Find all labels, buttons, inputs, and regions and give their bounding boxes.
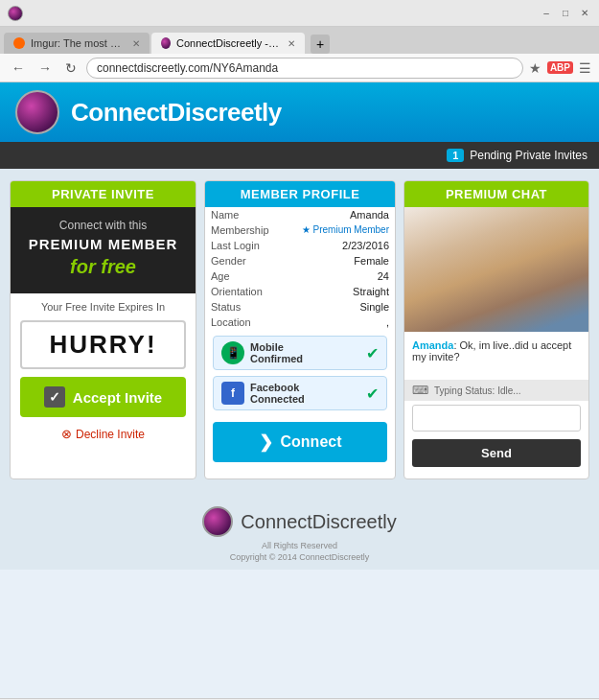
address-bar: ← → ↻ connectdiscreetly.com/NY6Amanda ★ …: [0, 54, 599, 82]
chat-panel: PREMIUM CHAT Amanda: Ok, im live..did u …: [403, 180, 589, 479]
chat-sender-name: Amanda: [412, 339, 453, 351]
field-label-gender: Gender: [205, 253, 284, 268]
table-row: Gender Female: [205, 253, 395, 268]
chat-photo: [404, 207, 588, 332]
minimize-button[interactable]: –: [540, 7, 553, 20]
table-row: Age 24: [205, 268, 395, 284]
chat-input[interactable]: [412, 405, 581, 432]
footer-rights: All Rights Reserved: [0, 541, 599, 550]
premium-badge: ★ Premium Member: [289, 224, 389, 235]
chat-header: PREMIUM CHAT: [404, 181, 588, 207]
field-label-location: Location: [205, 315, 284, 330]
adblock-icon[interactable]: ABP: [547, 61, 573, 74]
facebook-icon: f: [221, 382, 244, 405]
table-row: Name Amanda: [205, 207, 395, 222]
field-label-membership: Membership: [205, 222, 284, 238]
invite-header: PRIVATE INVITE: [11, 181, 196, 207]
invite-panel: PRIVATE INVITE Connect with this PREMIUM…: [10, 180, 196, 479]
footer-site-name: ConnectDiscreetly: [241, 511, 396, 533]
profile-panel: MEMBER PROFILE Name Amanda Membership ★ …: [204, 180, 396, 479]
browser-titlebar: – □ ✕: [0, 0, 599, 27]
field-label-orientation: Orientation: [205, 284, 284, 299]
field-value-membership: ★ Premium Member: [284, 222, 395, 238]
url-input[interactable]: connectdiscreetly.com/NY6Amanda: [86, 58, 523, 79]
verified-section: 📱 MobileConfirmed ✔ f FacebookConnected …: [205, 330, 395, 416]
field-value-gender: Female: [284, 253, 395, 268]
maximize-button[interactable]: □: [559, 7, 572, 20]
close-button[interactable]: ✕: [578, 7, 591, 20]
for-free-text: for free: [20, 256, 186, 278]
tab-close-imgur[interactable]: ✕: [132, 38, 140, 49]
decline-invite-link[interactable]: ⊗ Decline Invite: [11, 423, 196, 449]
premium-star-icon: ★: [302, 224, 311, 235]
connect-button[interactable]: ❯ Connect: [213, 422, 387, 462]
reload-button[interactable]: ↻: [61, 58, 81, 78]
table-row: Last Login 2/23/2016: [205, 238, 395, 253]
field-value-age: 24: [284, 268, 395, 284]
field-value-login: 2/23/2016: [284, 238, 395, 253]
field-value-name: Amanda: [284, 207, 395, 222]
tab-connectdiscreetly[interactable]: ConnectDiscreetly - Meet... ✕: [151, 33, 305, 54]
site-header: ConnectDiscreetly: [0, 82, 599, 142]
profile-table: Name Amanda Membership ★ Premium Member …: [205, 207, 395, 330]
field-label-name: Name: [205, 207, 284, 222]
table-row: Status Single: [205, 299, 395, 315]
chat-input-area: [404, 401, 588, 435]
table-row: Location ,: [205, 315, 395, 330]
table-row: Membership ★ Premium Member: [205, 222, 395, 238]
tab-imgur[interactable]: Imgur: The most aweso... ✕: [4, 33, 150, 54]
premium-badge-text: Premium Member: [313, 224, 389, 235]
accept-label: Accept Invite: [73, 389, 162, 406]
notif-text: Pending Private Invites: [470, 149, 587, 162]
notification-bar: 1 Pending Private Invites: [0, 142, 599, 169]
decline-icon: ⊗: [61, 427, 72, 441]
premium-text: PREMIUM MEMBER: [20, 236, 186, 252]
tab-close-connect[interactable]: ✕: [288, 38, 295, 49]
footer-logo-row: ConnectDiscreetly: [0, 506, 599, 537]
site-logo: [15, 90, 59, 134]
mobile-label: MobileConfirmed: [250, 341, 360, 364]
mobile-verified-row: 📱 MobileConfirmed ✔: [213, 336, 387, 370]
site-name: ConnectDiscreetly: [71, 98, 282, 128]
expires-text: Your Free Invite Expires In: [11, 293, 196, 316]
url-text: connectdiscreetly.com/NY6Amanda: [97, 61, 278, 75]
footer-logo: [202, 506, 233, 537]
facebook-check-icon: ✔: [366, 385, 379, 403]
facebook-label: FacebookConnected: [250, 382, 360, 405]
new-tab-button[interactable]: +: [311, 35, 330, 54]
typing-bar: ⌨ Typing Status: Idle...: [404, 380, 588, 401]
mobile-check-icon: ✔: [366, 344, 379, 362]
send-button[interactable]: Send: [412, 439, 581, 467]
connect-label: Connect: [281, 433, 342, 451]
hurry-text: HURRY!: [30, 330, 176, 360]
field-value-location: ,: [284, 315, 395, 330]
tab-label-connect: ConnectDiscreetly - Meet...: [176, 37, 282, 49]
site-footer: ConnectDiscreetly All Rights Reserved Co…: [0, 491, 599, 570]
facebook-verified-row: f FacebookConnected ✔: [213, 376, 387, 410]
typing-status: Typing Status: Idle...: [434, 385, 521, 396]
mobile-icon: 📱: [221, 341, 244, 364]
tabs-bar: Imgur: The most aweso... ✕ ConnectDiscre…: [0, 27, 599, 54]
forward-button[interactable]: →: [35, 58, 56, 78]
invite-body: Connect with this PREMIUM MEMBER for fre…: [11, 207, 196, 293]
back-button[interactable]: ←: [8, 58, 29, 78]
profile-header: MEMBER PROFILE: [205, 181, 395, 207]
field-value-status: Single: [284, 299, 395, 315]
table-row: Orientation Straight: [205, 284, 395, 299]
bookmark-icon[interactable]: ★: [529, 60, 541, 76]
menu-icon[interactable]: ☰: [579, 60, 591, 76]
keyboard-icon: ⌨: [412, 384, 428, 397]
page-content: ConnectDiscreetly 1 Pending Private Invi…: [0, 82, 599, 698]
notif-count: 1: [447, 149, 464, 162]
field-label-login: Last Login: [205, 238, 284, 253]
accept-checkmark-icon: ✓: [44, 386, 65, 408]
hurry-box: HURRY!: [20, 320, 186, 369]
connect-text: Connect with this: [20, 219, 186, 232]
main-area: PRIVATE INVITE Connect with this PREMIUM…: [0, 169, 599, 491]
accept-invite-button[interactable]: ✓ Accept Invite: [20, 377, 186, 417]
field-label-age: Age: [205, 268, 284, 284]
tab-label-imgur: Imgur: The most aweso...: [31, 37, 127, 49]
decline-label: Decline Invite: [76, 428, 145, 441]
field-label-status: Status: [205, 299, 284, 315]
connect-chevron-icon: ❯: [259, 432, 273, 453]
